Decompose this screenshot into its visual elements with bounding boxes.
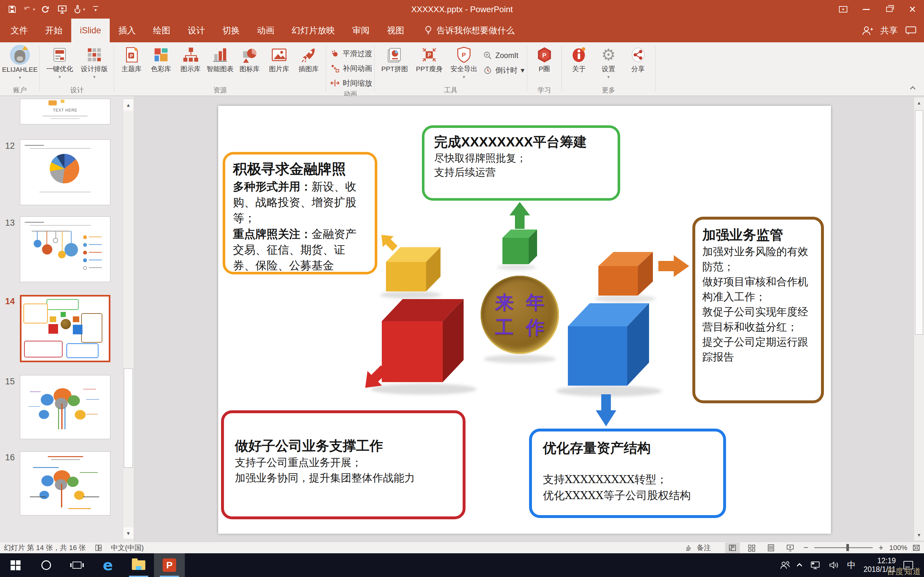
view-normal-button[interactable] bbox=[725, 542, 740, 553]
ppt-stitch-button[interactable]: PPT拼图 bbox=[377, 44, 412, 73]
tab-islide[interactable]: iSlide bbox=[71, 19, 110, 42]
theme-library-button[interactable]: P 主题库 bbox=[117, 44, 146, 73]
tab-draw[interactable]: 绘图 bbox=[144, 19, 179, 42]
about-button[interactable]: 关于 bbox=[564, 44, 594, 73]
smooth-transition-button[interactable]: 平滑过渡 bbox=[330, 47, 372, 60]
comments-icon[interactable] bbox=[905, 25, 917, 36]
smart-chart-button[interactable]: 智能图表 bbox=[205, 44, 235, 73]
slide-thumbnail-14[interactable] bbox=[20, 295, 110, 362]
tab-file[interactable]: 文件 bbox=[2, 19, 37, 42]
restore-button[interactable] bbox=[878, 0, 901, 19]
zoom-slider-thumb[interactable] bbox=[846, 544, 849, 551]
view-slide-sorter-button[interactable] bbox=[744, 542, 759, 553]
slide-thumbnail-16[interactable] bbox=[20, 451, 110, 516]
ribbon-display-options-button[interactable]: ▾ bbox=[832, 0, 855, 19]
canvas-scroll-down-icon[interactable]: ▼ bbox=[914, 530, 924, 540]
touch-mode-caret-icon[interactable]: ▾ bbox=[83, 7, 85, 12]
canvas-scroll-up-icon[interactable]: ▲ bbox=[914, 97, 924, 108]
picture-library-button[interactable]: 图片库 bbox=[264, 44, 294, 73]
illustration-library-button[interactable]: 插图库 bbox=[294, 44, 323, 73]
cortana-button[interactable] bbox=[31, 553, 61, 577]
smart-chart-icon bbox=[212, 46, 229, 63]
share-islide-button[interactable]: 分享 bbox=[624, 44, 653, 73]
tab-design[interactable]: 设计 bbox=[179, 19, 214, 42]
textbox-red-support[interactable]: 做好子公司业务支撑工作 支持子公司重点业务开展； 加强业务协同，提升集团整体作战… bbox=[221, 410, 465, 519]
tab-review[interactable]: 审阅 bbox=[344, 19, 378, 42]
settings-button[interactable]: ⚙ 设置 ▾ bbox=[594, 44, 624, 80]
redo-button[interactable] bbox=[39, 2, 53, 16]
minimize-button[interactable] bbox=[855, 0, 878, 19]
diagram-library-button[interactable]: 图示库 bbox=[176, 44, 205, 73]
undo-caret-icon[interactable]: ▾ bbox=[33, 7, 35, 12]
tab-transitions[interactable]: 切换 bbox=[214, 19, 248, 42]
time-scale-button[interactable]: 时间缩放 bbox=[330, 76, 372, 90]
slide-thumbnail-12[interactable] bbox=[20, 139, 110, 205]
design-layout-button[interactable]: 设计排版 ▾ bbox=[77, 44, 111, 80]
color-library-button[interactable]: 色彩库 bbox=[146, 44, 176, 73]
slide-thumbnail-15[interactable] bbox=[20, 375, 110, 439]
view-slideshow-button[interactable] bbox=[783, 542, 798, 553]
share-button[interactable]: 共享 bbox=[880, 25, 898, 36]
spell-check-icon[interactable] bbox=[94, 544, 103, 552]
tab-insert[interactable]: 插入 bbox=[110, 19, 144, 42]
icon-library-button[interactable]: 图标库 bbox=[235, 44, 264, 73]
zoom-level[interactable]: 100% bbox=[889, 544, 907, 552]
tab-animations[interactable]: 动画 bbox=[248, 19, 283, 42]
slide-thumbnail-13[interactable] bbox=[20, 216, 110, 282]
people-icon[interactable] bbox=[780, 560, 790, 570]
save-button[interactable] bbox=[5, 2, 19, 16]
language-indicator[interactable]: 中文(中国) bbox=[111, 543, 144, 553]
account-button[interactable]: ELIJAHLEE ▾ bbox=[3, 44, 37, 81]
tab-home[interactable]: 开始 bbox=[37, 19, 71, 42]
file-explorer-button[interactable] bbox=[123, 553, 154, 577]
slide-thumbnail-11-partial[interactable]: TEXT HERE bbox=[20, 99, 110, 124]
thumbnail-scrollbar-thumb[interactable] bbox=[124, 368, 133, 468]
zoom-out-button[interactable]: − bbox=[802, 543, 810, 553]
textbox-blue-assets[interactable]: 优化存量资产结构 支持XXXXXXXXX转型； 优化XXXXX等子公司股权结构 bbox=[529, 429, 726, 518]
tab-slideshow[interactable]: 幻灯片放映 bbox=[283, 19, 344, 42]
canvas-scrollbar[interactable]: ▲ ▼ bbox=[914, 97, 924, 540]
close-button[interactable]: × bbox=[901, 0, 924, 19]
tab-view[interactable]: 视图 bbox=[378, 19, 413, 42]
slide-14-editing-surface[interactable]: 来年 工作 完成XXXXXXXX平台筹建 尽快取得牌照批复； 支持后续运营 积极… bbox=[218, 106, 831, 534]
fit-to-window-icon[interactable] bbox=[912, 543, 921, 552]
hidden-icons-chevron[interactable] bbox=[797, 563, 803, 569]
zoom-in-button[interactable]: + bbox=[877, 543, 885, 553]
canvas-scrollbar-thumb[interactable] bbox=[915, 110, 923, 335]
view-reading-button[interactable] bbox=[764, 542, 779, 553]
textbox-green-platform[interactable]: 完成XXXXXXXX平台筹建 尽快取得牌照批复； 支持后续运营 bbox=[422, 125, 620, 201]
zoomit-button[interactable]: ZoomIt bbox=[483, 49, 525, 62]
tween-animation-button[interactable]: 补间动画 bbox=[330, 61, 372, 75]
ime-indicator[interactable]: 中 bbox=[847, 559, 856, 571]
slide-thumbnail-panel: TEXT HERE 12 13 bbox=[0, 96, 135, 542]
collapse-ribbon-button[interactable] bbox=[909, 84, 918, 92]
textbox-brown-supervision[interactable]: 加强业务监管 加强对业务风险的有效防范； 做好项目审核和合作机构准入工作； 敦促… bbox=[692, 217, 824, 403]
touch-mode-button[interactable]: ▾ bbox=[72, 2, 86, 16]
cube-orange bbox=[598, 252, 653, 295]
task-view-button[interactable] bbox=[61, 553, 92, 577]
network-display-icon[interactable] bbox=[810, 560, 821, 570]
tell-me-box[interactable]: 告诉我你想要做什么 bbox=[424, 19, 515, 42]
undo-button[interactable]: ▾ bbox=[22, 2, 36, 16]
p-circle-button[interactable]: P P圈 bbox=[530, 44, 559, 73]
slide-position-indicator[interactable]: 幻灯片 第 14 张，共 16 张 bbox=[4, 543, 86, 553]
volume-icon[interactable] bbox=[829, 560, 839, 570]
thumbnail-scroll-up-icon[interactable]: ▲ bbox=[123, 99, 134, 111]
powerpoint-taskbar-button[interactable]: P bbox=[154, 553, 185, 577]
ribbon-group-design: 一键优化 ▾ 设计排版 ▾ 设计 bbox=[40, 42, 114, 95]
start-button[interactable] bbox=[0, 553, 31, 577]
customize-qat-button[interactable]: ▾ bbox=[89, 2, 103, 16]
zoom-slider[interactable] bbox=[814, 547, 873, 548]
textbox-orange-license[interactable]: 积极寻求金融牌照 多种形式并用：新设、收购、战略投资、增资扩股等； 重点牌照关注… bbox=[223, 152, 377, 274]
center-coin[interactable]: 来年 工作 bbox=[481, 276, 559, 354]
countdown-button[interactable]: 倒计时 ▾ bbox=[483, 63, 525, 77]
notes-toggle[interactable]: 备注 bbox=[697, 543, 711, 553]
edge-button[interactable]: e bbox=[92, 553, 123, 577]
ppt-slim-button[interactable]: P PPT瘦身 bbox=[412, 44, 447, 73]
thumbnail-scroll-down-icon[interactable]: ▼ bbox=[123, 527, 134, 539]
safe-export-button[interactable]: P 安全导出 ▾ bbox=[447, 44, 481, 80]
start-from-beginning-button[interactable] bbox=[55, 2, 69, 16]
thumbnail-scrollbar[interactable]: ▲ ▼ bbox=[123, 99, 134, 539]
share-person-icon[interactable] bbox=[861, 25, 873, 36]
one-key-optimize-button[interactable]: 一键优化 ▾ bbox=[42, 44, 77, 80]
